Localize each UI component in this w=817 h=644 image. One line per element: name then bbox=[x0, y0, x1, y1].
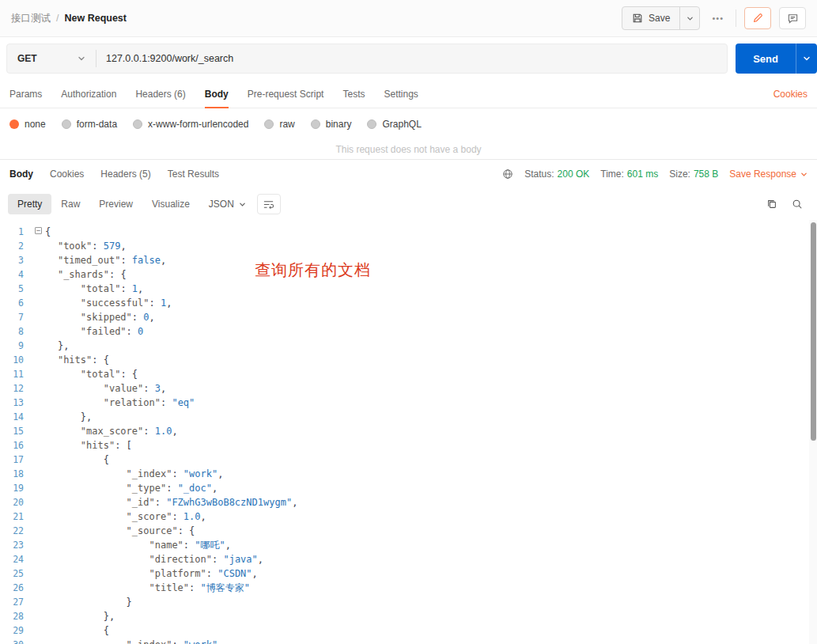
search-button[interactable] bbox=[792, 199, 803, 210]
response-tab-test-results[interactable]: Test Results bbox=[168, 169, 219, 180]
code-line: 8 "failed": 0 bbox=[0, 324, 817, 339]
url-input[interactable] bbox=[96, 44, 727, 73]
line-number: 25 bbox=[0, 566, 35, 581]
radio-label: none bbox=[25, 119, 46, 130]
response-body-viewer: 1−{2 "took": 579,3 "timed_out": false,4 … bbox=[0, 220, 817, 644]
radio-label: raw bbox=[279, 119, 294, 130]
response-tab-headers[interactable]: Headers (5) bbox=[100, 169, 150, 180]
view-tab-raw[interactable]: Raw bbox=[51, 194, 89, 214]
line-number: 14 bbox=[0, 410, 35, 424]
line-number: 23 bbox=[0, 538, 35, 552]
radio-none[interactable]: none bbox=[9, 119, 46, 130]
tab-pre-request-script[interactable]: Pre-request Script bbox=[248, 80, 324, 108]
tab-authorization[interactable]: Authorization bbox=[61, 80, 116, 108]
code-line: 1−{ bbox=[0, 225, 817, 239]
code-line: 28 }, bbox=[0, 609, 817, 623]
view-tab-visualize[interactable]: Visualize bbox=[142, 194, 199, 214]
size-value: 758 B bbox=[694, 169, 718, 180]
radio-binary[interactable]: binary bbox=[311, 119, 352, 130]
code-line: 14 }, bbox=[0, 410, 817, 424]
radio-unselected-icon bbox=[311, 119, 320, 129]
code-line: 7 "skipped": 0, bbox=[0, 310, 817, 324]
code-line: 3 "timed_out": false, bbox=[0, 253, 817, 267]
more-options-button[interactable]: ••• bbox=[708, 13, 728, 23]
scrollbar-thumb[interactable] bbox=[811, 222, 816, 441]
app-header: 接口测试 / New Request Save ••• bbox=[0, 0, 817, 37]
body-type-row: none form-data x-www-form-urlencoded raw… bbox=[0, 108, 817, 138]
save-options-button[interactable] bbox=[679, 7, 699, 29]
line-number: 10 bbox=[0, 353, 35, 367]
code-line: 17 { bbox=[0, 453, 817, 467]
code-line: 20 "_id": "FZwhG3wBoB8czND1wygm", bbox=[0, 495, 817, 510]
code-line: 27 } bbox=[0, 595, 817, 609]
line-number: 24 bbox=[0, 552, 35, 566]
comment-icon bbox=[787, 13, 799, 25]
line-number: 27 bbox=[0, 595, 35, 609]
method-dropdown[interactable]: GET bbox=[7, 44, 96, 73]
tab-headers[interactable]: Headers (6) bbox=[135, 80, 185, 108]
send-options-button[interactable] bbox=[796, 44, 817, 74]
radio-x-www-form-urlencoded[interactable]: x-www-form-urlencoded bbox=[133, 119, 248, 130]
response-tab-body[interactable]: Body bbox=[9, 169, 33, 180]
tab-body[interactable]: Body bbox=[205, 80, 229, 108]
line-number: 13 bbox=[0, 396, 35, 410]
cookies-link[interactable]: Cookies bbox=[774, 89, 808, 100]
save-response-label: Save Response bbox=[729, 169, 796, 180]
radio-selected-icon bbox=[9, 119, 19, 129]
save-response-button[interactable]: Save Response bbox=[729, 169, 808, 180]
vertical-scrollbar[interactable] bbox=[809, 220, 817, 644]
size-badge: Size: 758 B bbox=[669, 169, 718, 180]
line-number: 19 bbox=[0, 481, 35, 495]
radio-unselected-icon bbox=[62, 119, 71, 129]
chevron-down-icon bbox=[78, 55, 85, 63]
edit-request-button[interactable] bbox=[744, 7, 771, 29]
comments-button[interactable] bbox=[779, 7, 806, 29]
wrap-text-button[interactable] bbox=[257, 194, 281, 214]
send-button-group: Send bbox=[736, 44, 817, 74]
response-tab-cookies[interactable]: Cookies bbox=[50, 169, 84, 180]
tab-tests[interactable]: Tests bbox=[342, 80, 365, 108]
send-button[interactable]: Send bbox=[736, 44, 796, 74]
radio-unselected-icon bbox=[367, 119, 376, 129]
line-number: 9 bbox=[0, 339, 35, 353]
radio-raw[interactable]: raw bbox=[264, 119, 294, 130]
breadcrumb-request-name: New Request bbox=[64, 13, 127, 24]
code-line: 6 "successful": 1, bbox=[0, 296, 817, 310]
code-line: 26 "title": "博客专家" bbox=[0, 581, 817, 595]
save-label: Save bbox=[649, 13, 670, 24]
line-number: 21 bbox=[0, 510, 35, 524]
breadcrumb-collection[interactable]: 接口测试 bbox=[11, 12, 51, 25]
postman-app: 接口测试 / New Request Save ••• bbox=[0, 0, 817, 644]
code-line: 2 "took": 579, bbox=[0, 239, 817, 253]
radio-unselected-icon bbox=[264, 119, 274, 129]
chevron-down-icon bbox=[239, 201, 246, 208]
response-toolbar: Pretty Raw Preview Visualize JSON bbox=[0, 188, 817, 220]
empty-body-message: This request does not have a body bbox=[0, 138, 817, 159]
radio-graphql[interactable]: GraphQL bbox=[367, 119, 421, 130]
copy-button[interactable] bbox=[766, 199, 777, 210]
line-number: 6 bbox=[0, 296, 35, 310]
format-dropdown[interactable]: JSON bbox=[209, 199, 246, 210]
tab-settings[interactable]: Settings bbox=[384, 80, 418, 108]
status-label: Status: bbox=[524, 169, 554, 180]
response-meta: Status: 200 OK Time: 601 ms Size: 758 B … bbox=[502, 169, 808, 180]
annotation-text: 查询所有的文档 bbox=[255, 263, 371, 277]
chevron-down-icon bbox=[687, 15, 694, 22]
code-line: 23 "name": "哪吒", bbox=[0, 538, 817, 552]
request-tabs: Params Authorization Headers (6) Body Pr… bbox=[0, 80, 817, 108]
breadcrumb: 接口测试 / New Request bbox=[11, 12, 127, 25]
request-bar: GET Send bbox=[0, 37, 817, 80]
radio-form-data[interactable]: form-data bbox=[62, 119, 117, 130]
code-line: 21 "_score": 1.0, bbox=[0, 510, 817, 524]
tab-params[interactable]: Params bbox=[9, 80, 42, 108]
network-globe-icon[interactable] bbox=[502, 169, 513, 180]
line-number: 18 bbox=[0, 467, 35, 481]
time-label: Time: bbox=[600, 169, 624, 180]
header-divider bbox=[736, 9, 736, 27]
line-number: 11 bbox=[0, 367, 35, 381]
code-line: 12 "value": 3, bbox=[0, 381, 817, 396]
save-button[interactable]: Save bbox=[622, 7, 679, 29]
view-tab-pretty[interactable]: Pretty bbox=[8, 194, 51, 214]
view-tab-preview[interactable]: Preview bbox=[89, 194, 142, 214]
radio-unselected-icon bbox=[133, 119, 142, 129]
